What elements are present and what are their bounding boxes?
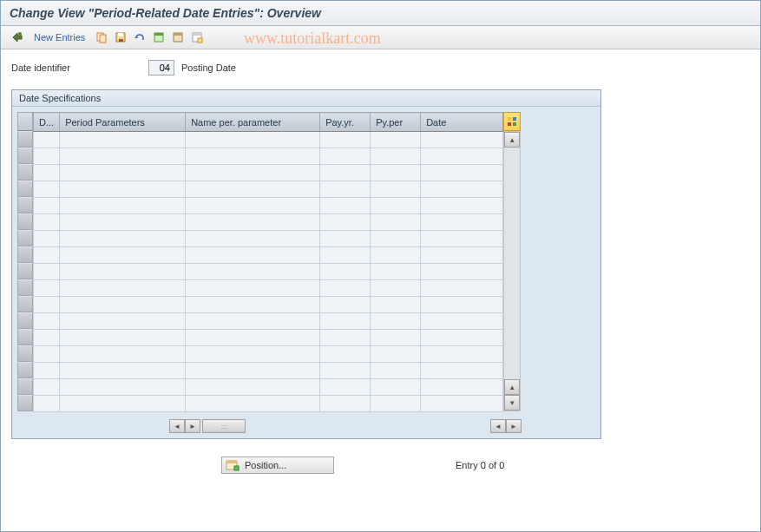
table-cell[interactable]: [34, 363, 60, 379]
table-cell[interactable]: [371, 181, 421, 198]
table-cell[interactable]: [34, 346, 60, 363]
table-row[interactable]: [34, 132, 503, 148]
row-selector[interactable]: [17, 246, 33, 263]
scroll-right2-icon[interactable]: ►: [506, 419, 522, 433]
row-selector[interactable]: [17, 345, 33, 362]
row-selector[interactable]: [17, 395, 33, 411]
table-cell[interactable]: [320, 231, 371, 247]
table-cell[interactable]: [60, 148, 186, 165]
table-cell[interactable]: [60, 313, 186, 330]
table-cell[interactable]: [60, 181, 186, 198]
table-cell[interactable]: [186, 379, 320, 396]
table-cell[interactable]: [186, 297, 320, 313]
table-row[interactable]: [34, 231, 503, 247]
scroll-up-icon[interactable]: ▲: [504, 132, 520, 148]
table-cell[interactable]: [421, 181, 503, 198]
table-row[interactable]: [34, 165, 503, 181]
date-identifier-input[interactable]: [148, 60, 174, 76]
table-cell[interactable]: [34, 280, 60, 297]
table-cell[interactable]: [320, 346, 371, 363]
row-selector[interactable]: [17, 230, 33, 246]
table-cell[interactable]: [34, 330, 60, 346]
table-row[interactable]: [34, 363, 503, 379]
new-entries-button[interactable]: New Entries: [29, 30, 90, 44]
table-cell[interactable]: [186, 346, 320, 363]
table-row[interactable]: [34, 346, 503, 363]
table-cell[interactable]: [421, 214, 503, 231]
table-cell[interactable]: [421, 148, 503, 165]
hscroll-thumb[interactable]: :::: [202, 419, 246, 433]
table-cell[interactable]: [320, 297, 371, 313]
table-cell[interactable]: [34, 297, 60, 313]
table-cell[interactable]: [186, 181, 320, 198]
table-cell[interactable]: [186, 148, 320, 165]
row-selector[interactable]: [17, 131, 33, 148]
row-selector[interactable]: [17, 296, 33, 312]
table-cell[interactable]: [371, 198, 421, 214]
table-cell[interactable]: [186, 330, 320, 346]
table-cell[interactable]: [421, 247, 503, 264]
col-header-name-param[interactable]: Name per. parameter: [186, 113, 320, 132]
table-cell[interactable]: [320, 132, 371, 148]
table-cell[interactable]: [60, 198, 186, 214]
table-row[interactable]: [34, 148, 503, 165]
table-cell[interactable]: [34, 231, 60, 247]
table-cell[interactable]: [186, 214, 320, 231]
table-cell[interactable]: [320, 330, 371, 346]
table-cell[interactable]: [60, 379, 186, 396]
row-selector[interactable]: [17, 312, 33, 329]
row-selector[interactable]: [17, 197, 33, 213]
table-config-icon[interactable]: [503, 112, 521, 131]
table-cell[interactable]: [421, 297, 503, 313]
row-selector[interactable]: [17, 148, 33, 164]
table-cell[interactable]: [186, 280, 320, 297]
table-cell[interactable]: [34, 247, 60, 264]
table-cell[interactable]: [60, 396, 186, 412]
table-cell[interactable]: [371, 346, 421, 363]
table-cell[interactable]: [186, 132, 320, 148]
table-cell[interactable]: [421, 280, 503, 297]
table-cell[interactable]: [371, 396, 421, 412]
position-button[interactable]: Position...: [221, 456, 334, 474]
col-header-period-params[interactable]: Period Parameters: [60, 113, 186, 132]
table-cell[interactable]: [421, 379, 503, 396]
toggle-icon[interactable]: [10, 30, 25, 45]
table-cell[interactable]: [34, 396, 60, 412]
table-cell[interactable]: [186, 247, 320, 264]
table-cell[interactable]: [186, 264, 320, 280]
row-selector[interactable]: [17, 263, 33, 279]
table-cell[interactable]: [60, 297, 186, 313]
table-row[interactable]: [34, 297, 503, 313]
scroll-right-icon[interactable]: ►: [185, 419, 200, 433]
table-cell[interactable]: [320, 313, 371, 330]
table-cell[interactable]: [371, 330, 421, 346]
deselect-icon[interactable]: [189, 30, 205, 45]
table-cell[interactable]: [371, 297, 421, 313]
table-cell[interactable]: [34, 264, 60, 280]
table-cell[interactable]: [421, 396, 503, 412]
table-cell[interactable]: [320, 379, 371, 396]
table-cell[interactable]: [371, 165, 421, 181]
table-row[interactable]: [34, 313, 503, 330]
table-cell[interactable]: [421, 330, 503, 346]
row-selector[interactable]: [17, 213, 33, 230]
table-cell[interactable]: [320, 280, 371, 297]
table-cell[interactable]: [34, 198, 60, 214]
row-selector[interactable]: [17, 378, 33, 395]
col-header-d[interactable]: D...: [34, 113, 60, 132]
table-cell[interactable]: [60, 264, 186, 280]
table-cell[interactable]: [421, 231, 503, 247]
table-cell[interactable]: [186, 363, 320, 379]
table-cell[interactable]: [60, 165, 186, 181]
table-cell[interactable]: [320, 148, 371, 165]
table-cell[interactable]: [60, 214, 186, 231]
table-cell[interactable]: [34, 148, 60, 165]
table-cell[interactable]: [320, 181, 371, 198]
table-cell[interactable]: [371, 313, 421, 330]
table-cell[interactable]: [320, 247, 371, 264]
table-row[interactable]: [34, 181, 503, 198]
table-cell[interactable]: [371, 363, 421, 379]
table-cell[interactable]: [60, 280, 186, 297]
table-row[interactable]: [34, 379, 503, 396]
row-selector[interactable]: [17, 329, 33, 345]
